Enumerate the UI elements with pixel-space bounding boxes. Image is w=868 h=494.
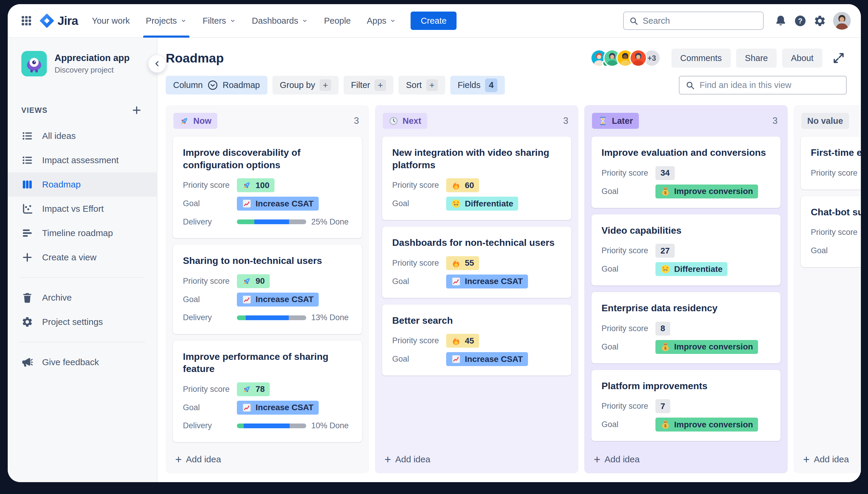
field-row-goal: GoalIncrease CSAT [392,352,561,366]
toolbar-pill-group-by[interactable]: Group by+ [272,76,339,94]
priority-badge[interactable]: 34 [655,166,675,180]
add-idea-button[interactable]: +Add idea [592,446,642,466]
profile-avatar[interactable] [833,12,851,30]
sidebar-item-impact-assessment[interactable]: Impact assessment [8,148,157,172]
share-button[interactable]: Share [736,49,777,68]
field-label: Priority score [183,277,237,286]
progress-bar [237,423,306,428]
comments-button[interactable]: Comments [671,49,731,68]
field-row-goal: Goal$Improve conversion [601,340,771,354]
sidebar-collapse-button[interactable] [148,55,166,73]
nav-item-apps[interactable]: Apps [359,4,404,38]
sidebar-item-create-a-view[interactable]: Create a view [8,245,157,269]
goal-badge[interactable]: $Improve conversion [655,418,758,432]
list-icon [21,130,33,142]
add-idea-button[interactable]: +Add idea [382,446,433,466]
idea-card[interactable]: Enterprise data residencyPriority score8… [592,292,780,363]
progress-todo-segment [289,220,307,224]
nav-item-projects[interactable]: Projects [138,4,195,38]
goal-value: Increase CSAT [255,295,314,304]
goal-badge[interactable]: Increase CSAT [446,274,528,288]
priority-badge[interactable]: 90 [237,274,270,288]
add-idea-button[interactable]: +Add idea [173,446,223,466]
notifications-button[interactable] [772,12,789,29]
find-idea-search [679,76,847,94]
idea-card[interactable]: Video capabilitiesPriority score27GoalDi… [592,214,780,286]
idea-card[interactable]: Platform improvementsPriority score7Goal… [592,370,780,441]
toolbar-pill-sort[interactable]: Sort+ [398,76,445,94]
priority-badge[interactable]: 7 [655,399,670,413]
idea-fields: Priority score60GoalDifferentiate [392,178,561,211]
idea-title: Better search [392,315,561,327]
sidebar-item-label: All ideas [42,131,76,141]
column-next: Next3New integration with video sharing … [375,105,578,473]
sidebar-item-project-settings[interactable]: Project settings [8,310,157,334]
goal-badge[interactable]: Increase CSAT [237,197,319,211]
idea-card[interactable]: Improve evaluation and conversionsPriori… [592,136,780,208]
nav-item-your-work[interactable]: Your work [84,4,138,38]
sidebar-item-archive[interactable]: Archive [8,285,157,310]
chevron-down-icon [230,18,236,24]
field-label: Delivery [183,313,237,322]
app-switcher-button[interactable] [18,12,35,29]
idea-card[interactable]: Chat-bot suPriority score6Goal [801,196,861,267]
toolbar-pill-filter[interactable]: Filter+ [344,76,393,94]
scatter-icon [21,203,33,215]
global-search-input[interactable] [643,16,758,26]
add-idea-button[interactable]: +Add idea [801,446,851,466]
help-button[interactable]: ? [792,12,809,29]
create-button[interactable]: Create [411,12,456,30]
sidebar-item-timeline-roadmap[interactable]: Timeline roadmap [8,221,157,245]
goal-badge[interactable]: Increase CSAT [446,352,528,366]
column-status-badge[interactable]: Later [592,113,639,129]
priority-value: 78 [255,384,265,394]
goal-value: Differentiate [465,199,513,209]
idea-card[interactable]: New integration with video sharing platf… [382,136,571,220]
fields-button[interactable]: Fields 4 [450,76,505,94]
priority-badge[interactable]: 45 [446,334,479,348]
column-status-badge[interactable]: Next [383,113,427,129]
idea-card[interactable]: Dashboards for non-technical usersPriori… [382,227,571,298]
sidebar-item-all-ideas[interactable]: All ideas [8,124,157,148]
find-idea-input[interactable] [700,80,840,90]
column-selector[interactable]: Column Roadmap [166,76,267,94]
goal-value: Improve conversion [674,420,753,430]
column-status-badge[interactable]: No value [801,113,849,129]
jira-logo[interactable]: Jira [35,14,84,28]
idea-card[interactable]: Better searchPriority score45GoalIncreas… [382,304,571,376]
priority-badge[interactable]: 55 [446,256,479,270]
give-feedback-button[interactable]: Give feedback [8,350,157,374]
nav-item-people[interactable]: People [316,4,359,38]
hourglass-icon [598,116,608,126]
toolbar-pill-label: Sort [406,80,421,90]
svg-text:$: $ [664,190,667,195]
nav-item-filters[interactable]: Filters [195,4,244,38]
goal-badge[interactable]: $Improve conversion [655,185,758,198]
priority-badge[interactable]: 27 [655,244,675,258]
about-button[interactable]: About [782,49,822,68]
goal-badge[interactable]: Differentiate [655,262,727,276]
goal-badge[interactable]: Differentiate [446,197,518,211]
goal-badge[interactable]: Increase CSAT [237,292,319,306]
idea-card[interactable]: Improve discoverability of configuration… [173,136,362,238]
priority-badge[interactable]: 100 [237,178,274,192]
idea-card[interactable]: Sharing to non-technical usersPriority s… [173,245,362,334]
sidebar-item-impact-vs-effort[interactable]: Impact vs Effort [8,197,157,221]
add-view-button[interactable] [130,104,143,117]
idea-card[interactable]: Improve performance of sharing featurePr… [173,341,362,442]
idea-card[interactable]: First-time exPriority score6 [801,136,861,190]
field-label: Priority score [811,228,861,237]
goal-badge[interactable]: Increase CSAT [237,401,319,415]
fullscreen-button[interactable] [831,50,847,66]
column-status-badge[interactable]: Now [174,113,217,129]
field-label: Priority score [601,402,655,411]
nav-item-dashboards[interactable]: Dashboards [244,4,316,38]
priority-badge[interactable]: 8 [655,322,670,336]
priority-badge[interactable]: 60 [446,178,479,192]
goal-badge[interactable]: $Improve conversion [655,340,758,354]
collaborator-avatar[interactable] [629,49,647,67]
priority-badge[interactable]: 78 [237,382,270,396]
field-label: Goal [811,246,861,255]
sidebar-item-roadmap[interactable]: Roadmap [8,172,157,197]
settings-button[interactable] [811,12,828,29]
